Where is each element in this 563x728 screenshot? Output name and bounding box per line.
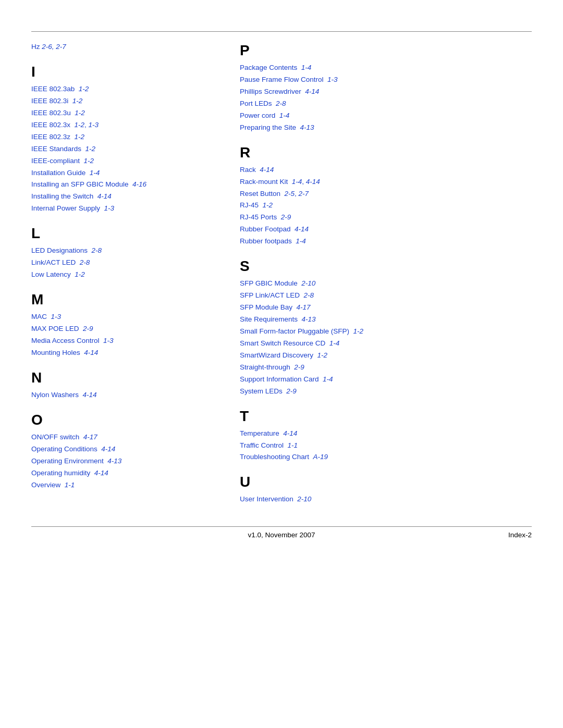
section-S: S SFP GBIC Module 2-10 SFP Link/ACT LED … <box>240 258 511 397</box>
section-header-R: R <box>240 144 511 161</box>
small-form-factor-link[interactable]: Small Form-factor Pluggable (SFP) 1-2 <box>240 326 511 338</box>
max-poe-led-link[interactable]: MAX POE LED 2-9 <box>31 323 209 335</box>
sfp-link-act-led-link[interactable]: SFP Link/ACT LED 2-8 <box>240 290 511 302</box>
sfp-module-bay-link[interactable]: SFP Module Bay 4-17 <box>240 302 511 314</box>
pause-frame-link[interactable]: Pause Frame Flow Control 1-3 <box>240 74 511 86</box>
ieee-802-3u-link[interactable]: IEEE 802.3u 1-2 <box>31 107 209 119</box>
smartwizard-discovery-link[interactable]: SmartWizard Discovery 1-2 <box>240 350 511 362</box>
ieee-compliant-link[interactable]: IEEE-compliant 1-2 <box>31 155 209 167</box>
rj45-ports-link[interactable]: RJ-45 Ports 2-9 <box>240 212 511 224</box>
section-L: L LED Designations 2-8 Link/ACT LED 2-8 … <box>31 225 209 281</box>
section-header-M: M <box>31 291 209 308</box>
section-header-L: L <box>31 225 209 242</box>
page: Hz 2-6, 2-7 I IEEE 802.3ab 1-2 IEEE 802.… <box>0 31 563 728</box>
operating-environment-link[interactable]: Operating Environment 4-13 <box>31 455 209 467</box>
nylon-washers-link[interactable]: Nylon Washers 4-14 <box>31 389 209 401</box>
port-leds-link[interactable]: Port LEDs 2-8 <box>240 98 511 110</box>
system-leds-link[interactable]: System LEDs 2-9 <box>240 386 511 398</box>
smart-switch-cd-link[interactable]: Smart Switch Resource CD 1-4 <box>240 338 511 350</box>
on-off-switch-link[interactable]: ON/OFF switch 4-17 <box>31 431 209 443</box>
footer-version: v1.0, November 2007 <box>73 531 490 539</box>
troubleshooting-chart-link[interactable]: Troubleshooting Chart A-19 <box>240 451 511 463</box>
section-header-N: N <box>31 369 209 386</box>
traffic-control-link[interactable]: Traffic Control 1-1 <box>240 440 511 452</box>
section-U: U User Intervention 2-10 <box>240 474 511 505</box>
phillips-screwdriver-link[interactable]: Phillips Screwdriver 4-14 <box>240 86 511 98</box>
mac-link[interactable]: MAC 1-3 <box>31 311 209 323</box>
rj45-link[interactable]: RJ-45 1-2 <box>240 200 511 212</box>
site-requirements-link[interactable]: Site Requirements 4-13 <box>240 314 511 326</box>
ieee-802-3ab-link[interactable]: IEEE 802.3ab 1-2 <box>31 83 209 95</box>
section-header-I: I <box>31 64 209 80</box>
section-header-P: P <box>240 42 511 59</box>
support-info-card-link[interactable]: Support Information Card 1-4 <box>240 374 511 386</box>
preparing-site-link[interactable]: Preparing the Site 4-13 <box>240 122 511 134</box>
hz-section: Hz 2-6, 2-7 <box>31 41 209 53</box>
right-column: P Package Contents 1-4 Pause Frame Flow … <box>229 37 511 516</box>
rack-link[interactable]: Rack 4-14 <box>240 164 511 176</box>
internal-power-supply-link[interactable]: Internal Power Supply 1-3 <box>31 203 209 215</box>
section-I: I IEEE 802.3ab 1-2 IEEE 802.3i 1-2 IEEE … <box>31 64 209 215</box>
rubber-footpads-link[interactable]: Rubber footpads 1-4 <box>240 236 511 248</box>
top-rule <box>31 31 532 32</box>
hz-refs: 2-6, 2-7 <box>42 43 66 51</box>
section-R: R Rack 4-14 Rack-mount Kit 1-4, 4-14 Res… <box>240 144 511 248</box>
section-P: P Package Contents 1-4 Pause Frame Flow … <box>240 42 511 134</box>
low-latency-link[interactable]: Low Latency 1-2 <box>31 269 209 281</box>
left-column: Hz 2-6, 2-7 I IEEE 802.3ab 1-2 IEEE 802.… <box>31 37 229 516</box>
ieee-802-3x-link[interactable]: IEEE 802.3x 1-2, 1-3 <box>31 119 209 131</box>
section-header-U: U <box>240 474 511 490</box>
sfp-gbic-module-link[interactable]: SFP GBIC Module 2-10 <box>240 278 511 290</box>
hz-link[interactable]: Hz 2-6, 2-7 <box>31 41 209 53</box>
footer-page: Index-2 <box>490 531 532 539</box>
ieee-standards-link[interactable]: IEEE Standards 1-2 <box>31 143 209 155</box>
reset-button-link[interactable]: Reset Button 2-5, 2-7 <box>240 188 511 200</box>
section-header-S: S <box>240 258 511 275</box>
content-area: Hz 2-6, 2-7 I IEEE 802.3ab 1-2 IEEE 802.… <box>0 37 563 516</box>
section-header-T: T <box>240 408 511 425</box>
temperature-link[interactable]: Temperature 4-14 <box>240 428 511 440</box>
section-header-O: O <box>31 412 209 428</box>
footer: v1.0, November 2007 Index-2 <box>0 527 563 539</box>
media-access-control-link[interactable]: Media Access Control 1-3 <box>31 335 209 347</box>
straight-through-link[interactable]: Straight-through 2-9 <box>240 362 511 374</box>
section-O: O ON/OFF switch 4-17 Operating Condition… <box>31 412 209 491</box>
package-contents-link[interactable]: Package Contents 1-4 <box>240 62 511 74</box>
operating-conditions-link[interactable]: Operating Conditions 4-14 <box>31 443 209 455</box>
section-M: M MAC 1-3 MAX POE LED 2-9 Media Access C… <box>31 291 209 359</box>
rack-mount-kit-link[interactable]: Rack-mount Kit 1-4, 4-14 <box>240 176 511 188</box>
link-act-led-link[interactable]: Link/ACT LED 2-8 <box>31 257 209 269</box>
hz-label: Hz <box>31 43 40 51</box>
overview-link[interactable]: Overview 1-1 <box>31 479 209 491</box>
rubber-footpad-link[interactable]: Rubber Footpad 4-14 <box>240 224 511 236</box>
installation-guide-link[interactable]: Installation Guide 1-4 <box>31 167 209 179</box>
ieee-802-3z-link[interactable]: IEEE 802.3z 1-2 <box>31 131 209 143</box>
installing-switch-link[interactable]: Installing the Switch 4-14 <box>31 191 209 203</box>
section-T: T Temperature 4-14 Traffic Control 1-1 T… <box>240 408 511 464</box>
section-N: N Nylon Washers 4-14 <box>31 369 209 401</box>
installing-sfp-gbic-link[interactable]: Installing an SFP GBIC Module 4-16 <box>31 179 209 191</box>
led-designations-link[interactable]: LED Designations 2-8 <box>31 245 209 257</box>
mounting-holes-link[interactable]: Mounting Holes 4-14 <box>31 347 209 359</box>
power-cord-link[interactable]: Power cord 1-4 <box>240 110 511 122</box>
operating-humidity-link[interactable]: Operating humidity 4-14 <box>31 467 209 479</box>
ieee-802-3i-link[interactable]: IEEE 802.3i 1-2 <box>31 95 209 107</box>
user-intervention-link[interactable]: User Intervention 2-10 <box>240 493 511 505</box>
